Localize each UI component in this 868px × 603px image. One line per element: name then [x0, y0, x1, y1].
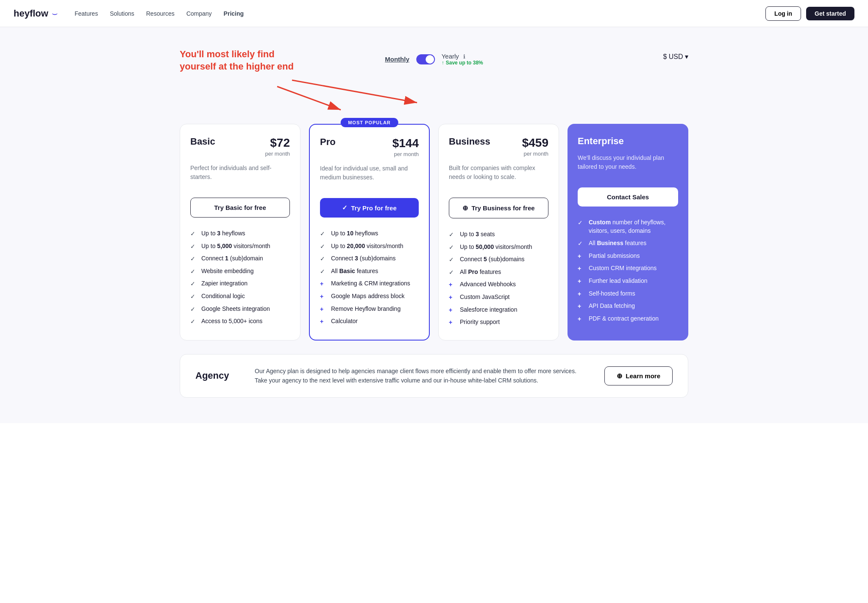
nav-pricing[interactable]: Pricing	[224, 10, 244, 17]
toggle-knob	[426, 55, 434, 64]
plus-icon: +	[449, 318, 456, 325]
plan-enterprise-cta[interactable]: Contact Sales	[578, 187, 678, 207]
plus-icon: +	[320, 293, 327, 299]
plan-business-period: per month	[522, 151, 548, 157]
agency-desc: Our Agency plan is designed to help agen…	[255, 366, 587, 385]
list-item: ✓Connect 5 (sub)domains	[449, 255, 548, 264]
annotation-container: You'll most likely find yourself at the …	[180, 44, 688, 120]
billing-toggle[interactable]	[416, 54, 435, 64]
list-item: ✓Up to 10 heyflows	[320, 229, 419, 238]
plus-icon: +	[449, 306, 456, 313]
plan-enterprise-header: Enterprise	[578, 136, 678, 147]
check-icon: ✓	[449, 268, 456, 275]
toggle-wrap[interactable]	[416, 54, 435, 64]
currency-selector[interactable]: $ USD ▾	[663, 53, 688, 61]
list-item: ✓Up to 20,000 visitors/month	[320, 242, 419, 251]
check-icon: ✓	[449, 243, 456, 250]
check-icon: ✓	[449, 256, 456, 262]
nav-company[interactable]: Company	[186, 10, 212, 17]
plan-business-price: $459 per month	[522, 136, 548, 157]
save-badge: ↑ Save up to 38%	[442, 60, 483, 66]
list-item: +Further lead validation	[578, 277, 678, 285]
checkmark-icon: ✓	[342, 204, 348, 212]
plan-basic: Basic $72 per month Perfect for individu…	[180, 124, 300, 341]
check-icon: ✓	[190, 318, 197, 324]
plus-icon: +	[578, 290, 584, 297]
login-button[interactable]: Log in	[765, 6, 801, 21]
plan-basic-amount: $72	[265, 136, 290, 150]
check-icon: ✓	[190, 305, 197, 312]
nav-resources[interactable]: Resources	[146, 10, 175, 17]
check-icon: ✓	[449, 231, 456, 237]
logo-text: heyflow	[14, 8, 48, 19]
most-popular-badge: MOST POPULAR	[340, 118, 398, 127]
list-item: ✓All Pro features	[449, 268, 548, 276]
plan-pro-price: $144 per month	[392, 137, 419, 157]
getstarted-button[interactable]: Get started	[806, 7, 854, 20]
plus-icon: +	[578, 252, 584, 259]
plus-icon: +	[449, 281, 456, 288]
plan-basic-header: Basic $72 per month	[190, 136, 290, 157]
nav-solutions[interactable]: Solutions	[110, 10, 134, 17]
plan-enterprise-desc: We'll discuss your individual plan tailo…	[578, 154, 678, 177]
plan-business-name: Business	[449, 136, 490, 147]
check-icon: ✓	[190, 243, 197, 249]
plan-basic-cta[interactable]: Try Basic for free	[190, 198, 290, 218]
plan-basic-price: $72 per month	[265, 136, 290, 157]
plan-pro: MOST POPULAR Pro $144 per month Ideal fo…	[309, 124, 430, 341]
list-item: ✓Up to 5,000 visitors/month	[190, 242, 290, 251]
nav-links: Features Solutions Resources Company Pri…	[75, 10, 765, 17]
monthly-option[interactable]: Monthly	[385, 56, 409, 63]
logo-arc: ⌣	[52, 8, 58, 19]
list-item: ✓All Basic features	[320, 267, 419, 276]
circle-plus-icon: ⊕	[617, 372, 622, 380]
plan-basic-desc: Perfect for individuals and self-starter…	[190, 164, 290, 187]
list-item: +Custom JavaScript	[449, 293, 548, 302]
plan-pro-name: Pro	[320, 137, 336, 148]
plan-business-header: Business $459 per month	[449, 136, 548, 157]
check-icon: ✓	[320, 255, 327, 262]
list-item: ✓Connect 1 (sub)domain	[190, 254, 290, 263]
learn-more-button[interactable]: ⊕ Learn more	[604, 366, 673, 385]
svg-line-3	[292, 80, 417, 103]
logo[interactable]: heyflow ⌣	[14, 8, 58, 19]
nav-actions: Log in Get started	[765, 6, 854, 21]
plus-icon: +	[320, 305, 327, 312]
check-icon: ✓	[190, 293, 197, 299]
pricing-grid: Basic $72 per month Perfect for individu…	[180, 124, 688, 341]
list-item: +Calculator	[320, 317, 419, 326]
list-item: +Advanced Webhooks	[449, 280, 548, 289]
navbar: heyflow ⌣ Features Solutions Resources C…	[0, 0, 868, 27]
check-icon: ✓	[190, 255, 197, 262]
list-item: ✓Conditional logic	[190, 292, 290, 301]
nav-features[interactable]: Features	[75, 10, 98, 17]
plus-icon: +	[449, 293, 456, 300]
plus-icon: +	[578, 315, 584, 322]
plan-pro-header: Pro $144 per month	[320, 137, 419, 157]
list-item: ✓Zapier integration	[190, 279, 290, 288]
list-item: ✓Website embedding	[190, 267, 290, 276]
plus-icon: +	[320, 280, 327, 287]
plan-pro-features: ✓Up to 10 heyflows ✓Up to 20,000 visitor…	[320, 229, 419, 326]
yearly-wrap: Yearly ℹ ↑ Save up to 38%	[442, 53, 483, 66]
check-icon: ✓	[578, 219, 584, 226]
annotation-text: You'll most likely find yourself at the …	[180, 48, 311, 73]
check-icon: ✓	[320, 243, 327, 249]
plan-pro-desc: Ideal for individual use, small and medi…	[320, 164, 419, 188]
plus-icon: +	[578, 302, 584, 309]
circle-plus-icon: ⊕	[462, 204, 468, 212]
plus-icon: +	[320, 318, 327, 324]
yearly-option[interactable]: Yearly ℹ	[442, 53, 465, 60]
agency-banner: Agency Our Agency plan is designed to he…	[180, 354, 688, 398]
check-icon: ✓	[190, 268, 197, 274]
check-icon: ✓	[320, 268, 327, 274]
main-content: You'll most likely find yourself at the …	[0, 27, 868, 423]
check-icon: ✓	[578, 240, 584, 246]
plan-pro-cta[interactable]: ✓ Try Pro for free	[320, 198, 419, 218]
plan-business-cta[interactable]: ⊕ Try Business for free	[449, 198, 548, 218]
list-item: ✓Google Sheets integration	[190, 305, 290, 313]
plus-icon: +	[578, 277, 584, 284]
list-item: ✓Up to 50,000 visitors/month	[449, 243, 548, 251]
list-item: ✓Connect 3 (sub)domains	[320, 254, 419, 263]
list-item: ✓Up to 3 seats	[449, 230, 548, 239]
